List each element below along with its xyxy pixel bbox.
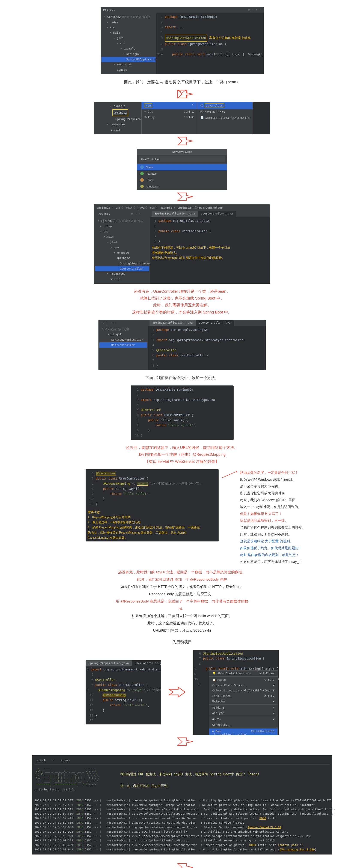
project-tree-2[interactable]: example springb2 SpringB2Application res… [94, 102, 141, 134]
tree-appclass[interactable]: SpringB2Application [102, 57, 156, 62]
option-enum[interactable]: Enum [137, 177, 227, 183]
ide-screenshot-8: 6@SpringBootApplication 7public class Sp… [193, 650, 279, 735]
ide-screenshot-4: ⚙ ⋮ ✕ ⋯ SpringB2Application.java UserCon… [99, 320, 266, 370]
svg-marker-1 [178, 137, 193, 145]
svg-marker-7 [178, 864, 193, 868]
console-note: 我们能通过 URL 的方法，来访问到 sayHi 方法，就是因为 Spring … [120, 765, 259, 796]
svg-marker-5 [169, 687, 185, 697]
tree-root: SpringB2 D:\Java创作\SpringB2 [102, 14, 156, 20]
menu-folding[interactable]: Folding▸ [209, 705, 278, 710]
option-interface[interactable]: Interface [137, 170, 227, 177]
tree-springb2[interactable]: springb2 [102, 52, 156, 57]
tree-main[interactable]: main [102, 30, 156, 36]
tree-com[interactable]: com [102, 41, 156, 46]
project-tree-3[interactable]: SpringB2 D:\Java创作\SpringB2 .idea src ma… [94, 217, 150, 283]
tab-actuator[interactable]: Actuator [58, 758, 73, 763]
ide-screenshot-5: 1package com.example.springb2; 2 3import… [131, 385, 233, 440]
menu-copy-paste-special[interactable]: Copy / Paste Special▸ [209, 682, 278, 688]
code-editor-3[interactable]: 1package com.example.springb2; 2 3public… [150, 217, 270, 283]
ide-toolbar: Project ⚙ ⋮ ✕ ⋯ [101, 7, 263, 13]
red-arrow-icon [221, 469, 238, 529]
menu-goto[interactable]: Go To▸ [209, 717, 278, 722]
svg-marker-4 [236, 471, 237, 473]
submenu-scratch[interactable]: 📄 Scratch FileCtrl+Alt+Shift [197, 115, 253, 120]
ide-screenshot-3: SpringB2 〉src 〉main 〉java 〉com 〉example … [94, 205, 270, 283]
run-context-menu[interactable]: 💡 Show Context ActionsAlt+Enter 📋 PasteC… [209, 671, 278, 735]
menu-run[interactable]: ▶ Run 'SpringB2Application'Ctrl+Shift+F1… [209, 728, 278, 735]
project-tree-4[interactable]: D:\Java创作\SpringB2 springb2 SpringB2Appl… [99, 326, 148, 370]
console-tabs[interactable]: Console ✓ Actuator [34, 758, 330, 765]
code-editor[interactable]: 1package package com.example.springb2;co… [157, 13, 263, 74]
code-editor-4[interactable]: 1package com.example.springb2; 2 3import… [148, 326, 266, 370]
red-arrow-icon [86, 737, 279, 747]
tree-resources[interactable]: resources [102, 62, 156, 67]
side-notes: 路由参数的名字，一定要是全部小写！ 因为我们的 Windows 系统 / lin… [240, 469, 305, 565]
menu-find-usages[interactable]: Find UsagesAlt+F7 [209, 693, 278, 699]
tree-static[interactable]: static [102, 67, 156, 73]
menu-new[interactable]: New▸ [142, 102, 197, 109]
tree-java[interactable]: java [102, 36, 156, 41]
menu-generate[interactable]: Generate... [209, 722, 278, 727]
ide-screenshot-6: 5@Controller 6public class UserControlle… [86, 469, 219, 541]
new-class-dialog: New Java Class UserController Class Inte… [137, 149, 227, 190]
caption-3: 下面，我们就在这个类中，添加一个方法。 [86, 374, 279, 381]
code-editor-6[interactable]: 5@Controller 6public class UserControlle… [86, 469, 219, 508]
tree-idea[interactable]: .idea [102, 20, 156, 25]
menu-show-context[interactable]: 💡 Show Context ActionsAlt+Enter [209, 671, 278, 676]
yellow-note-3: 如果你不想搞混，可以在 springb2 目录下，创建一个子目录 将创建的类放进… [150, 244, 270, 261]
tab-usercontroller[interactable]: UserController.java [198, 211, 236, 217]
tab-console[interactable]: Console [34, 758, 49, 763]
menu-refactor[interactable]: Refactor▸ [209, 699, 278, 704]
svg-line-3 [222, 472, 236, 478]
tree-src[interactable]: src [102, 25, 156, 30]
menu-column-selection[interactable]: Column Selection ModeAlt+Shift+Insert [209, 688, 278, 693]
project-label[interactable]: Project [103, 8, 115, 11]
dialog-title: New Java Class [137, 149, 227, 155]
submenu-java-class[interactable]: Ⓒ Java Class [197, 102, 253, 109]
breadcrumb[interactable]: SpringB2 〉src 〉main 〉java 〉com 〉example … [94, 205, 270, 211]
submenu-new[interactable]: Ⓒ Java Class Ⓚ Kotlin Class 📄 Scratch Fi… [197, 102, 253, 134]
red-arrow-icon [168, 687, 187, 698]
ide-screenshot-1: Project ⚙ ⋮ ✕ ⋯ SpringB2 D:\Java创作\Sprin… [101, 7, 263, 74]
menu-cut[interactable]: ✂ CutCtrl+X [142, 109, 197, 115]
svg-marker-6 [178, 738, 193, 745]
menu-paste[interactable]: 📋 PasteCtrl+V [209, 677, 278, 682]
menu-analyze[interactable]: Analyze▸ [209, 710, 278, 716]
svg-marker-2 [178, 193, 193, 200]
tab-app[interactable]: SpringB2Application.java [152, 211, 198, 217]
annotation-note: 具有这个注解的类就是启动类 [209, 36, 251, 40]
caption-5: 还没有完，此时我们的 sayHi 方法，返回是一个数据，而不是静态页面的数据。 … [113, 569, 251, 634]
red-arrow-icon [86, 137, 279, 146]
tree-example[interactable]: example [102, 46, 156, 52]
option-class[interactable]: Class [137, 164, 227, 170]
red-arrow-icon [86, 863, 279, 868]
tree-springb2-selected[interactable]: springb2 [95, 109, 140, 117]
project-tree[interactable]: SpringB2 D:\Java创作\SpringB2 .idea src ma… [101, 13, 157, 74]
option-annotation[interactable]: Annotation [137, 183, 227, 190]
submenu-kotlin[interactable]: Ⓚ Kotlin Class [197, 109, 253, 115]
yellow-note-6: 需要注意: 1、RequestMapping还可以修饰类 2、像上述这种，一级路… [86, 508, 219, 542]
log-lines: 2022-07-18 17:38:57.527 INFO 3152 --- [ … [34, 798, 330, 852]
class-name-input[interactable]: UserController [139, 156, 225, 162]
red-arrow-icon [86, 90, 279, 99]
red-arrow-icon [86, 192, 279, 202]
ide-screenshot-7: SpringB2Application.java UserController.… [86, 660, 161, 724]
caption-4: 还没完，要想在浏览器中，输入URL的时候，能访问到这个方法。 我们需要添加一个注… [86, 444, 279, 465]
caption-6: 先启动项目 [86, 639, 279, 645]
ide-screenshot-2: example springb2 SpringB2Application res… [94, 102, 270, 134]
code-editor-5[interactable]: 1package com.example.springb2; 2 3import… [131, 385, 233, 440]
code-editor-7[interactable]: 5import org.springframework.web.bind.ann… [86, 666, 161, 724]
caption-2: 还没有完，UserController 现在只是一个类，还是bean。 就算扫描… [86, 288, 279, 316]
menu-copy[interactable]: ⧉ CopyCtrl+C [142, 115, 197, 120]
spring-banner: . ____ _ __ _ _ /\\ / ___'_ __ _ _(_)_ _… [34, 766, 112, 786]
caption-1: 因此，我们一定要在 与 启动类 的平级目录下，创建一个类（bean） [86, 79, 279, 86]
console-output: Console ✓ Actuator . ____ _ __ _ _ /\\ /… [32, 755, 332, 855]
context-menu[interactable]: New▸ ✂ CutCtrl+X ⧉ CopyCtrl+C [141, 102, 197, 134]
